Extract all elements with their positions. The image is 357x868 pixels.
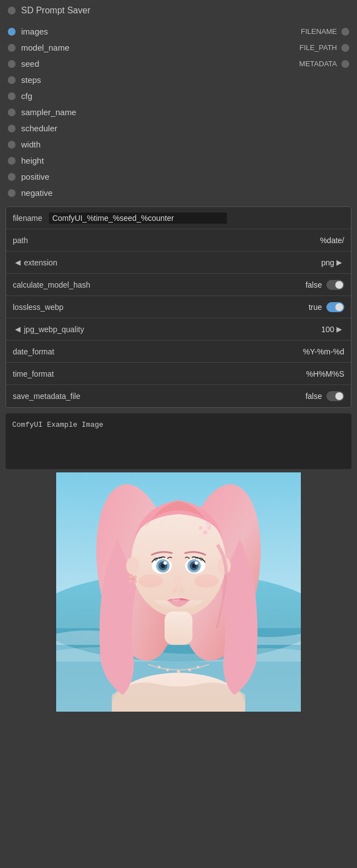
field-dot-model-name[interactable] [8,44,16,52]
setting-value-date-format: %Y-%m-%d [303,347,344,356]
toggle-save-metadata-file[interactable] [326,391,344,401]
field-label-width: width [21,140,41,149]
setting-value-jpg-webp-quality: 100 [321,325,334,334]
jpg-webp-quality-right-arrow[interactable]: ▶ [334,325,344,333]
setting-name-time-format: time_format [13,369,54,378]
setting-row-extension: ◀ extension png ▶ [6,251,351,274]
svg-point-16 [133,575,137,579]
example-image [56,472,301,712]
field-row-width: width [0,136,357,152]
field-dot-positive[interactable] [8,173,16,181]
fields-list: images FILENAME model_name FILE_PATH see… [0,21,357,203]
svg-point-6 [177,670,180,673]
toggle-lossless-webp[interactable] [326,302,344,312]
svg-point-35 [207,526,211,530]
option-metadata-dot[interactable] [341,60,349,68]
image-section [0,472,357,712]
toggle-knob-lossless-webp [335,303,343,311]
field-label-model-name: model_name [21,43,70,52]
field-row-negative: negative [0,185,357,201]
svg-point-36 [199,526,202,530]
preview-section: ComfyUI Example Image [6,413,351,469]
field-row-scheduler: scheduler [0,120,357,136]
setting-value-time-format: %H%M%S [306,369,344,378]
svg-point-12 [126,557,140,575]
option-metadata-label: METADATA [299,60,337,68]
setting-value-extension: png [321,258,334,267]
svg-point-7 [189,669,191,672]
setting-name-path: path [13,236,28,245]
option-filename-label: FILENAME [301,27,337,36]
svg-point-29 [172,589,177,593]
right-options: FILENAME [301,27,349,36]
svg-point-5 [166,669,169,672]
preview-label: ComfyUI Example Image [12,421,103,429]
setting-value-calculate-model-hash: false [305,280,322,289]
field-dot-sampler-name[interactable] [8,108,16,116]
svg-point-31 [138,574,163,588]
svg-point-4 [158,666,161,669]
svg-point-32 [194,574,219,588]
settings-section: filename path %date/ ◀ extension png ▶ c… [6,206,351,408]
field-dot-seed[interactable] [8,60,16,68]
setting-row-filename: filename [6,207,351,229]
field-row-seed: seed METADATA [0,56,357,72]
setting-row-path: path %date/ [6,229,351,251]
setting-name-filename: filename [13,214,42,223]
field-label-height: height [21,156,44,165]
svg-point-17 [129,580,132,583]
svg-point-28 [195,561,198,565]
field-row-height: height [0,152,357,169]
field-label-seed: seed [21,59,39,68]
setting-name-extension: extension [24,258,57,267]
svg-point-37 [206,522,209,525]
right-options-metadata: METADATA [299,60,349,68]
field-dot-images[interactable] [8,28,16,36]
field-row-model-name: model_name FILE_PATH [0,40,357,56]
right-options-filepath: FILE_PATH [300,43,349,52]
option-filepath-label: FILE_PATH [300,43,337,52]
svg-point-30 [180,589,185,593]
field-label-steps: steps [21,75,41,85]
jpg-webp-quality-left-arrow[interactable]: ◀ [13,325,23,333]
field-row-positive: positive [0,169,357,185]
setting-row-date-format: date_format %Y-%m-%d [6,341,351,363]
setting-value-lossless-webp: true [309,303,322,312]
extension-left-arrow[interactable]: ◀ [13,258,23,267]
app-title: SD Prompt Saver [21,6,90,16]
field-dot-cfg[interactable] [8,92,16,100]
option-filepath-dot[interactable] [341,44,349,52]
setting-name-date-format: date_format [13,347,54,356]
setting-value-path: %date/ [320,236,344,245]
setting-name-lossless-webp: lossless_webp [13,303,63,312]
svg-rect-38 [165,611,192,645]
setting-name-save-metadata-file: save_metadata_file [13,392,80,401]
toggle-knob-save-metadata-file [335,392,343,400]
toggle-calculate-model-hash[interactable] [326,280,344,290]
field-row-images: images FILENAME [0,23,357,40]
setting-name-calculate-model-hash: calculate_model_hash [13,280,90,289]
field-label-positive: positive [21,172,49,181]
header-dot [8,7,16,14]
svg-point-18 [133,580,137,583]
field-dot-steps[interactable] [8,76,16,84]
setting-row-calculate-model-hash: calculate_model_hash false [6,274,351,296]
field-row-sampler-name: sampler_name [0,104,357,120]
svg-point-23 [163,561,167,565]
setting-row-jpg-webp-quality: ◀ jpg_webp_quality 100 ▶ [6,318,351,341]
setting-name-jpg-webp-quality: jpg_webp_quality [24,325,84,334]
field-dot-negative[interactable] [8,189,16,197]
option-filename-dot[interactable] [341,28,349,36]
setting-row-save-metadata-file: save_metadata_file false [6,385,351,407]
field-dot-scheduler[interactable] [8,125,16,132]
extension-right-arrow[interactable]: ▶ [334,258,344,267]
field-label-scheduler: scheduler [21,124,57,133]
field-dot-width[interactable] [8,141,16,149]
field-row-cfg: cfg [0,88,357,104]
svg-point-34 [203,530,207,535]
field-dot-height[interactable] [8,157,16,165]
filename-input[interactable] [49,213,227,224]
svg-point-15 [129,575,132,579]
toggle-knob-calculate-model-hash [335,281,343,289]
svg-point-8 [197,666,200,669]
